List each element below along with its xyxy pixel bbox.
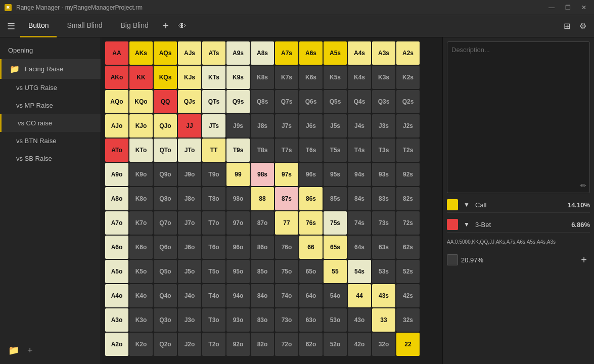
hand-cell[interactable]: 88 bbox=[251, 187, 274, 210]
hand-cell[interactable]: K6o bbox=[129, 236, 153, 259]
hand-cell[interactable]: K3o bbox=[129, 308, 153, 332]
description-box[interactable]: Description... ✏ bbox=[447, 41, 590, 193]
hand-cell[interactable]: Q4s bbox=[348, 90, 371, 113]
hand-cell[interactable]: K3s bbox=[372, 66, 395, 89]
sidebar-item-vs-utg-raise[interactable]: vs UTG Raise bbox=[0, 79, 101, 97]
hand-cell[interactable]: 96s bbox=[299, 163, 323, 186]
hand-cell[interactable]: 85s bbox=[324, 187, 347, 210]
hand-cell[interactable]: A2s bbox=[396, 41, 420, 65]
hand-cell[interactable]: T5o bbox=[202, 260, 225, 283]
hand-cell[interactable]: K8s bbox=[251, 66, 274, 89]
hand-cell[interactable]: K2s bbox=[396, 66, 420, 89]
hand-cell[interactable]: 33 bbox=[372, 308, 395, 332]
hand-cell[interactable]: 32s bbox=[396, 308, 420, 332]
hand-cell[interactable]: 52o bbox=[324, 333, 347, 356]
edit-icon[interactable]: ✏ bbox=[580, 181, 586, 190]
hand-cell[interactable]: Q8s bbox=[251, 90, 274, 113]
close-button[interactable]: ✕ bbox=[578, 3, 590, 13]
add-item-button[interactable]: + bbox=[27, 345, 33, 356]
hand-cell[interactable]: A8s bbox=[251, 41, 274, 65]
tab-small-blind[interactable]: Small Blind bbox=[59, 15, 110, 37]
hand-cell[interactable]: 95o bbox=[226, 260, 250, 283]
hand-cell[interactable]: ATs bbox=[202, 41, 225, 65]
hand-cell[interactable]: A7o bbox=[105, 211, 128, 235]
hand-cell[interactable]: AA bbox=[105, 41, 128, 65]
hand-cell[interactable]: T9s bbox=[226, 139, 250, 162]
hand-cell[interactable]: Q3o bbox=[154, 308, 177, 332]
sidebar-item-facing-raise[interactable]: 📁 Facing Raise bbox=[0, 59, 101, 79]
hand-cell[interactable]: T8o bbox=[202, 187, 225, 210]
hand-cell[interactable]: J4o bbox=[178, 284, 201, 307]
hand-cell[interactable]: T4o bbox=[202, 284, 225, 307]
hand-cell[interactable]: J6o bbox=[178, 236, 201, 259]
hand-cell[interactable]: Q2s bbox=[396, 90, 420, 113]
hand-cell[interactable]: A3s bbox=[372, 41, 395, 65]
hand-cell[interactable]: 93o bbox=[226, 308, 250, 332]
hand-cell[interactable]: Q9o bbox=[154, 163, 177, 186]
hand-cell[interactable]: T6s bbox=[299, 139, 323, 162]
hand-cell[interactable]: J8o bbox=[178, 187, 201, 210]
hand-cell[interactable]: Q5s bbox=[324, 90, 347, 113]
hand-cell[interactable]: KJs bbox=[178, 66, 201, 89]
hand-cell[interactable]: 53o bbox=[324, 308, 347, 332]
hand-cell[interactable]: 97o bbox=[226, 211, 250, 235]
hand-cell[interactable]: AKs bbox=[129, 41, 153, 65]
hand-cell[interactable]: 44 bbox=[348, 284, 371, 307]
hand-cell[interactable]: A9s bbox=[226, 41, 250, 65]
hand-cell[interactable]: 64o bbox=[299, 284, 323, 307]
hand-cell[interactable]: Q9s bbox=[226, 90, 250, 113]
hand-cell[interactable]: 84s bbox=[348, 187, 371, 210]
hand-cell[interactable]: 62o bbox=[299, 333, 323, 356]
hand-cell[interactable]: AJs bbox=[178, 41, 201, 65]
hand-cell[interactable]: A4s bbox=[348, 41, 371, 65]
hand-cell[interactable]: 87s bbox=[275, 187, 298, 210]
hand-cell[interactable]: 85o bbox=[251, 260, 274, 283]
hand-cell[interactable]: A6s bbox=[299, 41, 323, 65]
hand-cell[interactable]: K9o bbox=[129, 163, 153, 186]
hand-cell[interactable]: 98o bbox=[226, 187, 250, 210]
hand-cell[interactable]: J5o bbox=[178, 260, 201, 283]
hand-cell[interactable]: A5o bbox=[105, 260, 128, 283]
hand-cell[interactable]: QQ bbox=[154, 90, 177, 113]
hand-cell[interactable]: 65o bbox=[299, 260, 323, 283]
hand-cell[interactable]: 96o bbox=[226, 236, 250, 259]
hand-cell[interactable]: 43o bbox=[348, 308, 371, 332]
hand-cell[interactable]: 63o bbox=[299, 308, 323, 332]
hand-cell[interactable]: A3o bbox=[105, 308, 128, 332]
hand-cell[interactable]: QTo bbox=[154, 139, 177, 162]
hand-cell[interactable]: 73s bbox=[372, 211, 395, 235]
hand-cell[interactable]: Q2o bbox=[154, 333, 177, 356]
hand-cell[interactable]: 75s bbox=[324, 211, 347, 235]
add-action-button[interactable]: + bbox=[578, 254, 590, 266]
hand-cell[interactable]: J3s bbox=[372, 114, 395, 138]
hand-cell[interactable]: JTs bbox=[202, 114, 225, 138]
hand-cell[interactable]: 52s bbox=[396, 260, 420, 283]
hand-cell[interactable]: 72o bbox=[275, 333, 298, 356]
tab-big-blind[interactable]: Big Blind bbox=[113, 15, 157, 37]
hand-cell[interactable]: K8o bbox=[129, 187, 153, 210]
hand-cell[interactable]: K7o bbox=[129, 211, 153, 235]
sidebar-item-vs-co-raise[interactable]: vs CO raise bbox=[0, 114, 101, 132]
hand-cell[interactable]: 77 bbox=[275, 211, 298, 235]
maximize-button[interactable]: ❐ bbox=[562, 3, 574, 13]
hand-cell[interactable]: A7s bbox=[275, 41, 298, 65]
minimize-button[interactable]: — bbox=[545, 3, 558, 13]
hand-cell[interactable]: KJo bbox=[129, 114, 153, 138]
hand-cell[interactable]: 64s bbox=[348, 236, 371, 259]
three-bet-dropdown-button[interactable]: ▼ bbox=[461, 219, 472, 230]
hand-cell[interactable]: 92s bbox=[396, 163, 420, 186]
hand-cell[interactable]: KK bbox=[129, 66, 153, 89]
add-tab-button[interactable]: + bbox=[159, 19, 173, 33]
hand-cell[interactable]: K7s bbox=[275, 66, 298, 89]
hand-cell[interactable]: 74s bbox=[348, 211, 371, 235]
hand-cell[interactable]: A5s bbox=[324, 41, 347, 65]
hand-cell[interactable]: 53s bbox=[372, 260, 395, 283]
hand-cell[interactable]: T2s bbox=[396, 139, 420, 162]
hand-cell[interactable]: J7o bbox=[178, 211, 201, 235]
hand-cell[interactable]: QTs bbox=[202, 90, 225, 113]
hand-cell[interactable]: T3s bbox=[372, 139, 395, 162]
hand-cell[interactable]: J6s bbox=[299, 114, 323, 138]
hand-cell[interactable]: 86o bbox=[251, 236, 274, 259]
hand-cell[interactable]: 99 bbox=[226, 163, 250, 186]
sliders-button[interactable]: ⚙ bbox=[576, 19, 590, 33]
